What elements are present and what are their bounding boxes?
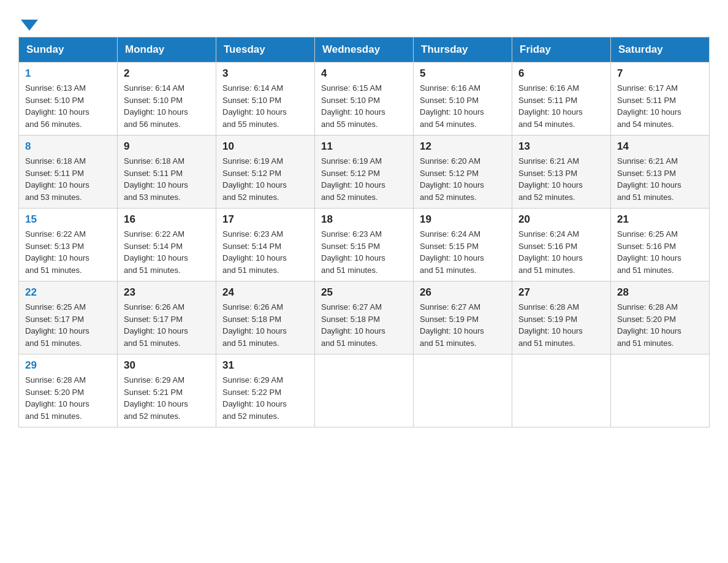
day-info: Sunrise: 6:15 AMSunset: 5:10 PMDaylight:… — [321, 82, 407, 130]
calendar-week-2: 8Sunrise: 6:18 AMSunset: 5:11 PMDaylight… — [19, 136, 710, 209]
calendar-day: 19Sunrise: 6:24 AMSunset: 5:15 PMDayligh… — [414, 209, 512, 282]
day-info: Sunrise: 6:29 AMSunset: 5:22 PMDaylight:… — [222, 374, 308, 422]
calendar-day: 8Sunrise: 6:18 AMSunset: 5:11 PMDaylight… — [19, 136, 118, 209]
day-number: 24 — [222, 286, 308, 299]
day-info: Sunrise: 6:25 AMSunset: 5:17 PMDaylight:… — [25, 301, 111, 349]
day-number: 7 — [617, 67, 703, 80]
calendar-day — [414, 354, 512, 427]
calendar-day: 14Sunrise: 6:21 AMSunset: 5:13 PMDayligh… — [611, 136, 710, 209]
calendar-week-5: 29Sunrise: 6:28 AMSunset: 5:20 PMDayligh… — [19, 354, 710, 427]
day-info: Sunrise: 6:25 AMSunset: 5:16 PMDaylight:… — [617, 228, 703, 276]
calendar-day: 6Sunrise: 6:16 AMSunset: 5:11 PMDaylight… — [512, 63, 611, 136]
day-number: 16 — [124, 213, 210, 226]
weekday-header-sunday: Sunday — [19, 37, 118, 63]
day-number: 5 — [420, 67, 506, 80]
day-number: 17 — [222, 213, 308, 226]
day-number: 8 — [25, 140, 111, 153]
calendar-day: 13Sunrise: 6:21 AMSunset: 5:13 PMDayligh… — [512, 136, 611, 209]
calendar-day: 31Sunrise: 6:29 AMSunset: 5:22 PMDayligh… — [216, 354, 315, 427]
calendar-day: 28Sunrise: 6:28 AMSunset: 5:20 PMDayligh… — [611, 282, 710, 354]
day-number: 27 — [518, 286, 604, 299]
calendar-day: 29Sunrise: 6:28 AMSunset: 5:20 PMDayligh… — [19, 354, 118, 427]
day-info: Sunrise: 6:19 AMSunset: 5:12 PMDaylight:… — [222, 155, 308, 203]
day-number: 6 — [518, 67, 604, 80]
weekday-header-friday: Friday — [512, 37, 611, 63]
calendar-day: 2Sunrise: 6:14 AMSunset: 5:10 PMDaylight… — [118, 63, 216, 136]
logo-blue-text — [18, 18, 38, 31]
calendar-day: 20Sunrise: 6:24 AMSunset: 5:16 PMDayligh… — [512, 209, 611, 282]
calendar-day: 4Sunrise: 6:15 AMSunset: 5:10 PMDaylight… — [315, 63, 414, 136]
calendar-day: 7Sunrise: 6:17 AMSunset: 5:11 PMDaylight… — [611, 63, 710, 136]
day-number: 25 — [321, 286, 407, 299]
day-info: Sunrise: 6:28 AMSunset: 5:20 PMDaylight:… — [617, 301, 703, 349]
weekday-header-wednesday: Wednesday — [315, 37, 414, 63]
calendar-day: 9Sunrise: 6:18 AMSunset: 5:11 PMDaylight… — [118, 136, 216, 209]
day-info: Sunrise: 6:26 AMSunset: 5:17 PMDaylight:… — [124, 301, 210, 349]
calendar-day — [512, 354, 611, 427]
calendar-day — [611, 354, 710, 427]
day-info: Sunrise: 6:28 AMSunset: 5:19 PMDaylight:… — [518, 301, 604, 349]
day-number: 3 — [222, 67, 308, 80]
logo — [18, 18, 38, 31]
day-number: 22 — [25, 286, 111, 299]
day-info: Sunrise: 6:24 AMSunset: 5:16 PMDaylight:… — [518, 228, 604, 276]
calendar-day: 23Sunrise: 6:26 AMSunset: 5:17 PMDayligh… — [118, 282, 216, 354]
day-number: 13 — [518, 140, 604, 153]
day-number: 26 — [420, 286, 506, 299]
day-info: Sunrise: 6:27 AMSunset: 5:18 PMDaylight:… — [321, 301, 407, 349]
weekday-header-thursday: Thursday — [414, 37, 512, 63]
day-number: 23 — [124, 286, 210, 299]
day-number: 9 — [124, 140, 210, 153]
day-number: 12 — [420, 140, 506, 153]
day-info: Sunrise: 6:23 AMSunset: 5:14 PMDaylight:… — [222, 228, 308, 276]
calendar-day: 21Sunrise: 6:25 AMSunset: 5:16 PMDayligh… — [611, 209, 710, 282]
day-info: Sunrise: 6:20 AMSunset: 5:12 PMDaylight:… — [420, 155, 506, 203]
calendar-day: 26Sunrise: 6:27 AMSunset: 5:19 PMDayligh… — [414, 282, 512, 354]
calendar-day: 25Sunrise: 6:27 AMSunset: 5:18 PMDayligh… — [315, 282, 414, 354]
calendar-day: 5Sunrise: 6:16 AMSunset: 5:10 PMDaylight… — [414, 63, 512, 136]
day-number: 18 — [321, 213, 407, 226]
day-number: 15 — [25, 213, 111, 226]
day-info: Sunrise: 6:18 AMSunset: 5:11 PMDaylight:… — [25, 155, 111, 203]
day-number: 30 — [124, 359, 210, 372]
calendar-week-4: 22Sunrise: 6:25 AMSunset: 5:17 PMDayligh… — [19, 282, 710, 354]
day-number: 19 — [420, 213, 506, 226]
day-number: 28 — [617, 286, 703, 299]
calendar-day: 1Sunrise: 6:13 AMSunset: 5:10 PMDaylight… — [19, 63, 118, 136]
day-info: Sunrise: 6:19 AMSunset: 5:12 PMDaylight:… — [321, 155, 407, 203]
day-info: Sunrise: 6:17 AMSunset: 5:11 PMDaylight:… — [617, 82, 703, 130]
calendar-day: 11Sunrise: 6:19 AMSunset: 5:12 PMDayligh… — [315, 136, 414, 209]
calendar-day — [315, 354, 414, 427]
calendar-day: 24Sunrise: 6:26 AMSunset: 5:18 PMDayligh… — [216, 282, 315, 354]
day-number: 21 — [617, 213, 703, 226]
weekday-header-monday: Monday — [118, 37, 216, 63]
day-info: Sunrise: 6:22 AMSunset: 5:14 PMDaylight:… — [124, 228, 210, 276]
calendar-day: 22Sunrise: 6:25 AMSunset: 5:17 PMDayligh… — [19, 282, 118, 354]
day-info: Sunrise: 6:29 AMSunset: 5:21 PMDaylight:… — [124, 374, 210, 422]
logo-triangle-icon — [21, 20, 38, 31]
calendar-day: 17Sunrise: 6:23 AMSunset: 5:14 PMDayligh… — [216, 209, 315, 282]
calendar-day: 12Sunrise: 6:20 AMSunset: 5:12 PMDayligh… — [414, 136, 512, 209]
calendar-day: 16Sunrise: 6:22 AMSunset: 5:14 PMDayligh… — [118, 209, 216, 282]
day-number: 2 — [124, 67, 210, 80]
day-info: Sunrise: 6:27 AMSunset: 5:19 PMDaylight:… — [420, 301, 506, 349]
day-number: 29 — [25, 359, 111, 372]
day-number: 11 — [321, 140, 407, 153]
day-number: 4 — [321, 67, 407, 80]
day-number: 20 — [518, 213, 604, 226]
day-info: Sunrise: 6:28 AMSunset: 5:20 PMDaylight:… — [25, 374, 111, 422]
day-info: Sunrise: 6:24 AMSunset: 5:15 PMDaylight:… — [420, 228, 506, 276]
calendar-day: 30Sunrise: 6:29 AMSunset: 5:21 PMDayligh… — [118, 354, 216, 427]
day-info: Sunrise: 6:16 AMSunset: 5:11 PMDaylight:… — [518, 82, 604, 130]
weekday-header-saturday: Saturday — [611, 37, 710, 63]
calendar-day: 27Sunrise: 6:28 AMSunset: 5:19 PMDayligh… — [512, 282, 611, 354]
day-info: Sunrise: 6:22 AMSunset: 5:13 PMDaylight:… — [25, 228, 111, 276]
calendar-week-3: 15Sunrise: 6:22 AMSunset: 5:13 PMDayligh… — [19, 209, 710, 282]
calendar-day: 15Sunrise: 6:22 AMSunset: 5:13 PMDayligh… — [19, 209, 118, 282]
calendar-table: SundayMondayTuesdayWednesdayThursdayFrid… — [18, 37, 710, 427]
day-info: Sunrise: 6:21 AMSunset: 5:13 PMDaylight:… — [518, 155, 604, 203]
day-info: Sunrise: 6:13 AMSunset: 5:10 PMDaylight:… — [25, 82, 111, 130]
day-info: Sunrise: 6:16 AMSunset: 5:10 PMDaylight:… — [420, 82, 506, 130]
day-info: Sunrise: 6:14 AMSunset: 5:10 PMDaylight:… — [124, 82, 210, 130]
day-info: Sunrise: 6:23 AMSunset: 5:15 PMDaylight:… — [321, 228, 407, 276]
